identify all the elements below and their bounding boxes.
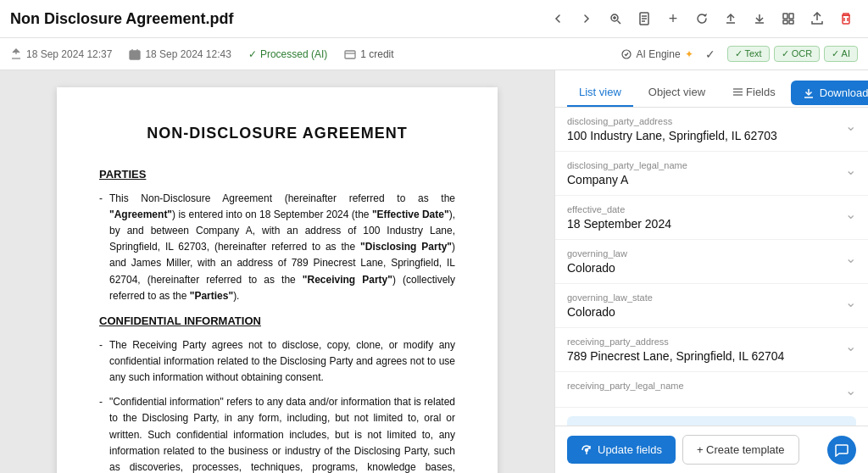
field-item-disclosing-name[interactable]: disclosing_party_legal_name Company A ⌄ <box>555 152 868 196</box>
delete-button[interactable] <box>834 7 858 31</box>
chevron-down-icon: ⌄ <box>845 381 856 398</box>
svg-line-1 <box>618 21 621 25</box>
doc-main-title: NON-DISCLOSURE AGREEMENT <box>99 121 455 146</box>
doc-icon[interactable] <box>632 7 656 31</box>
create-template-button[interactable]: + Create template <box>682 435 799 465</box>
refresh-button[interactable] <box>690 7 714 31</box>
add-button[interactable]: + <box>661 7 685 31</box>
chevron-down-icon: ⌄ <box>845 160 856 178</box>
svg-rect-19 <box>130 51 140 59</box>
ai-engine-selector[interactable]: AI Engine ✦ <box>620 48 693 60</box>
tab-object-view[interactable]: Object view <box>637 79 717 107</box>
svg-rect-11 <box>789 14 793 19</box>
field-item-governing-law[interactable]: governing_law Colorado ⌄ <box>555 240 868 284</box>
zoom-button[interactable] <box>604 7 627 31</box>
section-parties: PARTIES <box>99 166 455 184</box>
upload-button[interactable] <box>719 7 743 31</box>
processed-date: 18 Sep 2024 12:43 <box>129 48 231 60</box>
svg-rect-23 <box>345 51 355 58</box>
panel-bottom: Update fields + Create template <box>555 426 868 473</box>
chevron-down-icon: ⌄ <box>845 248 856 266</box>
credit-badge: 1 credit <box>344 48 393 60</box>
panel-tabs: List view Object view Fields Download da… <box>555 70 868 108</box>
docs-button[interactable] <box>776 7 800 31</box>
svg-rect-12 <box>783 20 787 24</box>
tag-text[interactable]: ✓ Text <box>727 46 770 62</box>
field-item-receiving-legal-name[interactable]: receiving_party_legal_name ⌄ <box>555 372 868 408</box>
download-data-button[interactable]: Download data <box>791 81 868 105</box>
chevron-down-icon: ⌄ <box>845 337 856 354</box>
download-nav-button[interactable] <box>748 7 771 31</box>
nav-back-button[interactable] <box>546 7 570 31</box>
document-page: NON-DISCLOSURE AGREEMENT PARTIES - This … <box>57 87 498 473</box>
field-item-receiving-address[interactable]: receiving_party_address 789 Pinecrest La… <box>555 328 868 372</box>
tag-ocr[interactable]: ✓ OCR <box>774 46 821 62</box>
upload-date: 18 Sep 2024 12:37 <box>10 48 112 60</box>
top-nav-icons: + <box>546 7 858 31</box>
section-confidential: CONFIDENTIAL INFORMATION <box>99 313 455 331</box>
chevron-down-icon: ⌄ <box>845 204 856 222</box>
nav-forward-button[interactable] <box>575 7 598 31</box>
field-item-effective-date[interactable]: effective_date 18 September 2024 ⌄ <box>555 196 868 240</box>
svg-rect-10 <box>783 14 787 19</box>
svg-rect-13 <box>789 20 793 24</box>
confirm-button[interactable]: ✓ <box>700 46 721 63</box>
svg-point-30 <box>586 448 588 451</box>
tag-group: ✓ Text ✓ OCR ✓ AI <box>727 46 858 62</box>
chat-button[interactable] <box>827 436 856 465</box>
tab-list-view[interactable]: List view <box>567 79 633 107</box>
export-button[interactable] <box>805 7 829 31</box>
update-fields-button[interactable]: Update fields <box>567 436 676 464</box>
notification-box: ℹ Not the data you were looking for? Upd… <box>567 416 856 426</box>
tag-ai[interactable]: ✓ AI <box>824 46 858 62</box>
svg-rect-15 <box>843 15 849 24</box>
document-viewer: NON-DISCLOSURE AGREEMENT PARTIES - This … <box>0 70 554 473</box>
field-item-disclosing-address[interactable]: disclosing_party_address 100 Industry La… <box>555 108 868 152</box>
chevron-down-icon: ⌄ <box>845 292 856 310</box>
fields-list: disclosing_party_address 100 Industry La… <box>555 108 868 426</box>
right-panel: List view Object view Fields Download da… <box>554 70 868 473</box>
chevron-down-icon: ⌄ <box>845 116 856 134</box>
field-item-governing-law-state[interactable]: governing_law_state Colorado ⌄ <box>555 284 868 328</box>
tab-fields[interactable]: Fields <box>721 79 787 107</box>
status-badge: ✓ Processed (AI) <box>248 48 327 60</box>
sub-bar-right: AI Engine ✦ ✓ ✓ Text ✓ OCR ✓ AI <box>620 46 858 63</box>
document-title: Non Disclosure Agreement.pdf <box>10 10 233 28</box>
